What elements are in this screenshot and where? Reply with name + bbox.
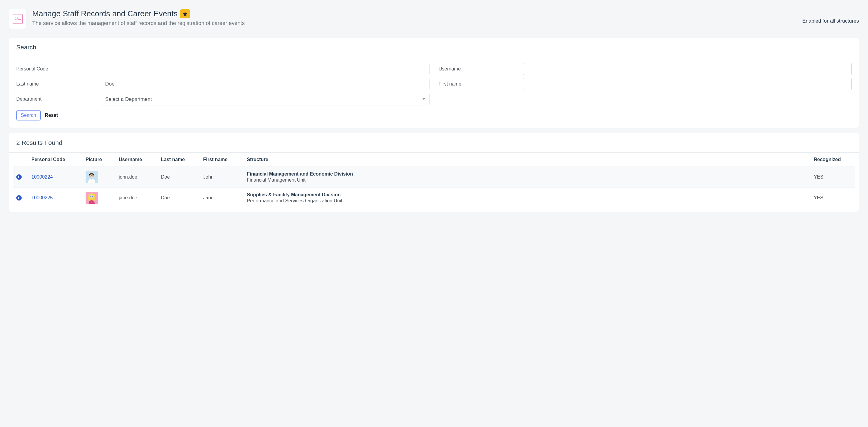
search-card-title: Search: [16, 44, 852, 51]
col-first-name-header: First name: [199, 153, 243, 167]
col-picture-header: Picture: [82, 153, 115, 167]
service-icon-box: [9, 9, 26, 29]
form-group-username: Username: [438, 63, 852, 75]
table-wrap: Personal Code Picture Username Last name…: [9, 153, 859, 212]
form-group-first-name: First name: [438, 78, 852, 90]
avatar: [86, 171, 98, 183]
table-row: 10000225: [13, 188, 855, 208]
personal-code-cell: 10000224: [28, 167, 82, 188]
results-title: 2 Results Found: [16, 139, 852, 146]
structure-cell: Supplies & Facility Management Division …: [243, 188, 810, 208]
results-header-row: Personal Code Picture Username Last name…: [13, 153, 855, 167]
last-name-cell: Doe: [157, 167, 199, 188]
last-name-input[interactable]: [101, 78, 430, 90]
expand-cell: [13, 167, 28, 188]
results-table: Personal Code Picture Username Last name…: [13, 153, 855, 208]
form-group-last-name: Last name: [16, 78, 430, 90]
id-card-icon: [13, 14, 23, 24]
structure-main: Financial Management and Economic Divisi…: [247, 171, 807, 177]
form-group-department: Department Select a Department: [16, 93, 430, 105]
search-card-body: Personal Code Username Last name First n…: [9, 57, 859, 128]
form-actions: Search Reset: [16, 110, 852, 121]
results-table-head: Personal Code Picture Username Last name…: [13, 153, 855, 167]
svg-point-7: [90, 196, 91, 197]
col-username-header: Username: [115, 153, 157, 167]
chevron-right-icon: [18, 176, 20, 178]
personal-code-cell: 10000225: [28, 188, 82, 208]
page-subtitle: The service allows the management of sta…: [32, 20, 245, 27]
structure-main: Supplies & Facility Management Division: [247, 192, 807, 198]
main-container: Search Personal Code Username Last name: [0, 38, 868, 226]
personal-code-link[interactable]: 10000225: [31, 195, 53, 200]
col-last-name-header: Last name: [157, 153, 199, 167]
username-label: Username: [438, 64, 523, 74]
avatar: [86, 192, 98, 204]
personal-code-input[interactable]: [101, 63, 430, 75]
structure-cell: Financial Management and Economic Divisi…: [243, 167, 810, 188]
form-row-2: Last name First name: [16, 78, 852, 90]
department-label: Department: [16, 94, 101, 104]
form-group-personal-code: Personal Code: [16, 63, 430, 75]
recognized-cell: YES: [810, 188, 855, 208]
results-table-body: 10000224: [13, 167, 855, 208]
username-cell: john.doe: [115, 167, 157, 188]
expand-cell: [13, 188, 28, 208]
col-expand-header: [13, 153, 28, 167]
svg-point-8: [92, 196, 93, 197]
last-name-label: Last name: [16, 79, 101, 89]
results-header: 2 Results Found: [9, 133, 859, 153]
first-name-input[interactable]: [523, 78, 852, 90]
picture-cell: [82, 167, 115, 188]
expand-row-button[interactable]: [16, 195, 22, 201]
reset-button[interactable]: Reset: [45, 112, 58, 118]
results-card: 2 Results Found Personal Code Picture Us…: [9, 133, 859, 212]
personal-code-label: Personal Code: [16, 64, 101, 74]
form-row-1: Personal Code Username: [16, 63, 852, 75]
page-title: Manage Staff Records and Career Events: [32, 9, 178, 19]
department-select[interactable]: Select a Department: [101, 93, 430, 105]
username-cell: jane.doe: [115, 188, 157, 208]
header-text: Manage Staff Records and Career Events T…: [32, 9, 245, 27]
picture-cell: [82, 188, 115, 208]
header-left: Manage Staff Records and Career Events T…: [9, 9, 245, 29]
avatar-icon: [86, 171, 98, 183]
avatar-icon: [86, 192, 98, 204]
chevron-right-icon: [18, 197, 20, 199]
scope-label: Enabled for all structures: [802, 9, 859, 24]
favorite-star-badge[interactable]: [180, 9, 190, 19]
search-button[interactable]: Search: [16, 110, 41, 121]
col-recognized-header: Recognized: [810, 153, 855, 167]
form-row-3: Department Select a Department: [16, 93, 852, 105]
personal-code-link[interactable]: 10000224: [31, 174, 53, 179]
col-personal-code-header: Personal Code: [28, 153, 82, 167]
form-group-empty: [438, 93, 852, 105]
table-row: 10000224: [13, 167, 855, 188]
first-name-label: First name: [438, 79, 523, 89]
page-header: Manage Staff Records and Career Events T…: [0, 0, 868, 38]
header-title-row: Manage Staff Records and Career Events: [32, 9, 245, 19]
search-card: Search Personal Code Username Last name: [9, 38, 859, 128]
recognized-cell: YES: [810, 167, 855, 188]
star-icon: [182, 11, 188, 17]
expand-row-button[interactable]: [16, 174, 22, 180]
first-name-cell: Jane: [199, 188, 243, 208]
col-structure-header: Structure: [243, 153, 810, 167]
username-input[interactable]: [523, 63, 852, 75]
structure-sub: Financial Management Unit: [247, 177, 807, 183]
last-name-cell: Doe: [157, 188, 199, 208]
search-card-header: Search: [9, 38, 859, 57]
structure-sub: Performance and Services Organization Un…: [247, 198, 807, 203]
first-name-cell: John: [199, 167, 243, 188]
